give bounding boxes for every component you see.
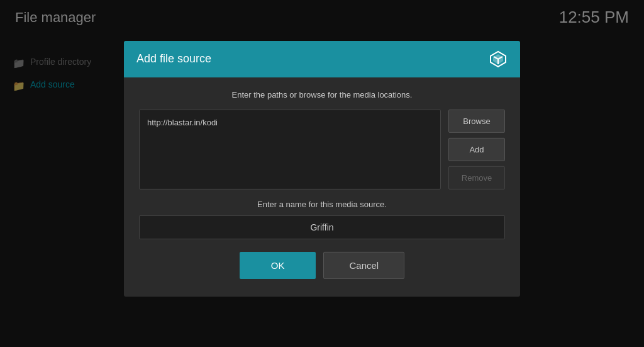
dialog-title: Add file source [136, 52, 211, 65]
cancel-button[interactable]: Cancel [323, 251, 404, 278]
source-buttons: Browse Add Remove [448, 109, 505, 189]
browse-button[interactable]: Browse [448, 109, 505, 132]
name-instruction: Enter a name for this media source. [139, 199, 505, 208]
ok-button[interactable]: OK [240, 251, 316, 278]
dialog-body: Enter the paths or browse for the media … [124, 77, 520, 296]
dialog-header: Add file source [124, 40, 520, 77]
source-url: http://blastar.in/kodi [147, 117, 218, 127]
kodi-logo-icon [489, 49, 508, 68]
name-input[interactable] [139, 215, 505, 239]
remove-button: Remove [448, 166, 505, 189]
dialog-instruction: Enter the paths or browse for the media … [139, 89, 505, 99]
source-input-area[interactable]: http://blastar.in/kodi [139, 109, 441, 189]
source-row: http://blastar.in/kodi Browse Add Remove [139, 109, 505, 189]
add-button[interactable]: Add [448, 137, 505, 161]
dialog-actions: OK Cancel [139, 251, 505, 283]
add-file-source-dialog: Add file source Enter the paths or brows… [124, 40, 520, 296]
